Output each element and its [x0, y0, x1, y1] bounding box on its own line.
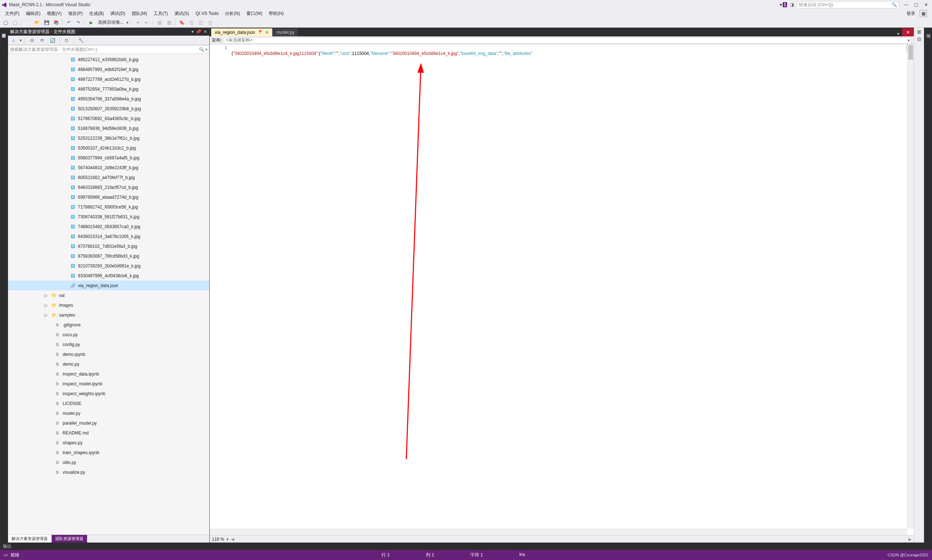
- dropdown-icon[interactable]: ▾: [191, 29, 194, 34]
- misc-icon[interactable]: ◫: [187, 18, 195, 26]
- menu-test[interactable]: 测试(S): [171, 10, 192, 17]
- new-project-icon[interactable]: 📄: [24, 18, 32, 26]
- start-debug-icon[interactable]: ▶: [87, 18, 95, 26]
- redo-icon[interactable]: ↷: [74, 18, 82, 26]
- tool-icon-2[interactable]: ▤: [917, 36, 921, 42]
- comment-icon[interactable]: ▤: [156, 18, 163, 26]
- vertical-scrollbar[interactable]: [907, 45, 914, 529]
- tree-item-image[interactable]: 🖼485227412_e335662bb5_b.jpg: [8, 55, 210, 65]
- nav-right-icon[interactable]: ▶: [908, 537, 912, 542]
- tree-item-image[interactable]: 🖼5178670692_63a4365c9c_b.jpg: [8, 114, 210, 123]
- tree-item-image[interactable]: 🖼873768102_7d931e5fa3_b.jpg: [8, 241, 210, 251]
- close-button[interactable]: ✕: [922, 2, 930, 7]
- undo-icon[interactable]: ↶: [65, 18, 73, 26]
- tree-item-file[interactable]: 🗎train_shapes.ipynb: [8, 448, 210, 457]
- tree-item-file[interactable]: 🗎LICENSE: [8, 398, 210, 408]
- tab-close-icon[interactable]: ✕: [265, 30, 269, 35]
- tree-item-image[interactable]: 🖼8436015314_3a678c1005_k.jpg: [8, 231, 210, 241]
- toolbox-tab[interactable]: 工具箱: [0, 28, 0, 543]
- quick-launch-input[interactable]: 快速启动 (Ctrl+Q) 🔍: [797, 1, 899, 8]
- editor-tab-json[interactable]: via_region_data.json 📍 ✕: [211, 28, 272, 36]
- zoom-level[interactable]: 116 %: [212, 537, 224, 542]
- tab-team-explorer[interactable]: 团队资源管理器: [52, 535, 87, 543]
- menu-file[interactable]: 文件(F): [2, 10, 22, 17]
- chevron-down-icon[interactable]: ▾: [226, 537, 229, 542]
- tree-item-image[interactable]: 🖼53500107_d24b11b3c2_b.jpg: [8, 143, 210, 153]
- tab-solution-explorer[interactable]: 解决方案资源管理器: [8, 535, 52, 543]
- tree-item-file[interactable]: 🗎visualize.py: [8, 467, 210, 477]
- notification-flag-icon[interactable]: ▾1: [780, 2, 787, 7]
- tree-item-file[interactable]: 🗎shapes.py: [8, 438, 210, 448]
- sync-icon[interactable]: ⟳: [38, 36, 46, 45]
- tree-item-file[interactable]: 🗎inspect_weights.ipynb: [8, 389, 210, 398]
- tree-item-file[interactable]: 🗎demo.py: [8, 359, 210, 369]
- nav-back-icon[interactable]: ◯: [2, 18, 9, 26]
- editor-tab-modelpy[interactable]: model.py: [273, 28, 298, 36]
- pin-icon[interactable]: 📍: [257, 30, 263, 35]
- tree-item-file[interactable]: 🗎.gitignore: [8, 320, 210, 330]
- nav-fwd-icon[interactable]: ◯: [11, 18, 19, 26]
- bookmark-icon[interactable]: 🔖: [178, 18, 186, 26]
- feedback-icon[interactable]: ◨: [790, 2, 794, 7]
- tree-item-file[interactable]: 🗎model.py: [8, 408, 210, 418]
- solution-search-input[interactable]: 搜索解决方案资源管理器 - 文件夹视图(Ctrl+;) 🔍 ▾: [8, 45, 210, 54]
- tree-item-file[interactable]: 🗎README.md: [8, 428, 210, 438]
- panel-close-icon[interactable]: ✕: [203, 29, 207, 34]
- horizontal-scrollbar[interactable]: [210, 529, 907, 535]
- menu-debug[interactable]: 调试(D): [108, 10, 128, 17]
- tree-folder[interactable]: ▷📁val: [8, 290, 210, 300]
- code-editor[interactable]: 1 {"34020010494_e5cb88e1c4_k.jpg1115004"…: [210, 45, 914, 535]
- tree-folder[interactable]: ▷📁images: [8, 300, 210, 310]
- tree-item-file[interactable]: 🗎coco.py: [8, 330, 210, 340]
- tree-item-image[interactable]: 🖼4955354786_337a598e4a_b.jpg: [8, 94, 210, 104]
- server-explorer-tab[interactable]: 服务器资源管理器: [0, 28, 8, 543]
- tree-item-file[interactable]: 🗎utils.py: [8, 457, 210, 467]
- arch-select[interactable]: <未选择架构> ▾: [224, 37, 912, 44]
- tree-item-image[interactable]: 🖼5253122239_38b1e7f61c_b.jpg: [8, 133, 210, 143]
- menu-team[interactable]: 团队(M): [129, 10, 150, 17]
- login-link[interactable]: 登录: [906, 11, 915, 17]
- open-icon[interactable]: 📂: [33, 18, 41, 26]
- misc2-icon[interactable]: ◫: [197, 18, 205, 26]
- tree-item-image[interactable]: 🖼6483318883_21facf57cd_b.jpg: [8, 182, 210, 192]
- tree-item-image[interactable]: 🖼7178882742_f090f3ce56_k.jpg: [8, 202, 210, 212]
- refresh-icon[interactable]: 🔄: [48, 36, 56, 45]
- menu-project[interactable]: 项目(P): [65, 10, 86, 17]
- save-all-icon[interactable]: 📚: [52, 18, 60, 26]
- tool-icon[interactable]: ▦: [917, 29, 921, 34]
- menu-qt[interactable]: Qt VS Tools: [193, 10, 221, 17]
- tree-item-image[interactable]: 🖼9210739293_2b0e0d991e_k.jpg: [8, 261, 210, 271]
- tree-item-image[interactable]: 🖼9330497995_4cf0438cb6_k.jpg: [8, 271, 210, 280]
- tree-item-image[interactable]: 🖼4887227769_acd2e6127d_b.jpg: [8, 74, 210, 84]
- tree-item-image[interactable]: 🖼605521662_a470fef77f_b.jpg: [8, 172, 210, 182]
- menu-tools[interactable]: 工具(T): [151, 10, 171, 17]
- uncomment-icon[interactable]: ▥: [165, 18, 173, 26]
- tree-item-file[interactable]: 🗎inspect_data.ipynb: [8, 369, 210, 379]
- tree-item-image[interactable]: 🖼699765866_abaad7274d_b.jpg: [8, 192, 210, 202]
- close-all-button[interactable]: ✕: [902, 28, 914, 36]
- menu-build[interactable]: 生成(B): [86, 10, 107, 17]
- collapse-icon[interactable]: ⊟: [28, 36, 36, 45]
- menu-window[interactable]: 窗口(W): [243, 10, 265, 17]
- menu-edit[interactable]: 编辑(E): [23, 10, 43, 17]
- show-all-icon[interactable]: ⊡: [63, 36, 71, 45]
- menu-view[interactable]: 视图(V): [44, 10, 65, 17]
- properties-icon[interactable]: 🔧: [77, 36, 85, 45]
- tree-item-image[interactable]: 🖼489752654_777853a0ba_b.jpg: [8, 84, 210, 94]
- tree-item-file[interactable]: 🗎demo.ipynb: [8, 349, 210, 359]
- account-icon[interactable]: ▦: [920, 10, 927, 17]
- maximize-button[interactable]: ▢: [912, 2, 921, 7]
- tree-item-image[interactable]: 🖼7488015492_0583857ca0_k.jpg: [8, 222, 210, 231]
- tree-folder[interactable]: ▷📁samples: [8, 310, 210, 320]
- tree-item-image[interactable]: 🖼5560377994_cb597a4af5_b.jpg: [8, 153, 210, 163]
- pin-icon[interactable]: 📌: [196, 29, 201, 34]
- menu-analyze[interactable]: 分析(N): [222, 10, 243, 17]
- tab-overflow-icon[interactable]: ▾: [897, 31, 899, 36]
- tree-item-image[interactable]: 🖼518678836_94d58e3839_b.jpg: [8, 123, 210, 133]
- tree-item-image[interactable]: 🖼5013250607_26359229b6_b.jpg: [8, 104, 210, 114]
- tree-item-image[interactable]: 🖼5674044810_2d9e2243ff_b.jpg: [8, 163, 210, 172]
- region-tab[interactable]: 区域: [925, 28, 932, 543]
- output-panel-header[interactable]: 输出: [0, 543, 932, 550]
- nav-left-icon[interactable]: ◀: [231, 537, 234, 542]
- start-button-text[interactable]: 选择启动项...: [97, 19, 125, 25]
